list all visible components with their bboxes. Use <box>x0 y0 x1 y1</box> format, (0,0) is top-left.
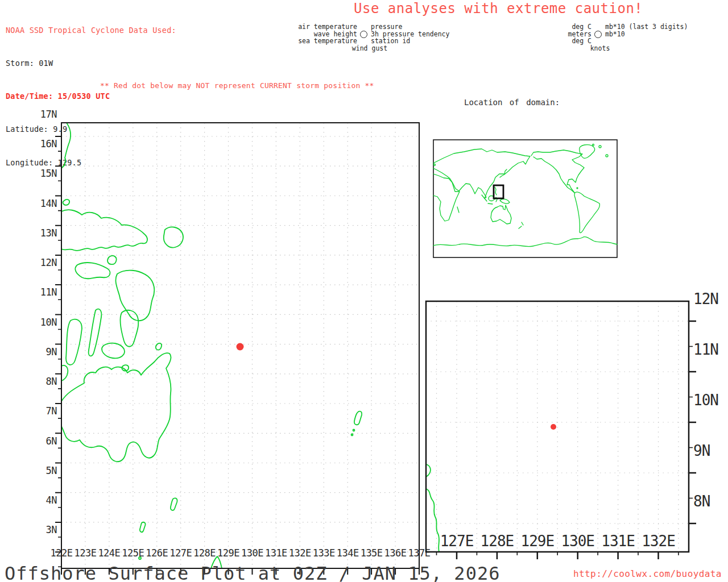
lon-tick-label: 129E <box>520 533 554 550</box>
lon-tick-label: 134E <box>337 548 359 559</box>
lat-tick-label: 6N <box>31 436 57 447</box>
philippines-coastline <box>61 123 362 568</box>
lat-tick-label: 4N <box>31 495 57 506</box>
offshore-surface-plot-page: NOAA SSD Tropical Cyclone Data Used: Sto… <box>0 0 728 582</box>
lat-tick-label: 5N <box>31 465 57 477</box>
station-circle-icon <box>360 31 367 38</box>
lat-tick-label: 8N <box>31 376 57 388</box>
storm-datetime-line: Date/Time: 15/0530 UTC <box>6 91 176 102</box>
lon-tick-label: 135E <box>361 548 383 559</box>
source-title: NOAA SSD Tropical Cyclone Data Used: <box>6 25 176 36</box>
station-circle-icon <box>594 31 602 38</box>
lat-tick-label: 11N <box>693 342 728 359</box>
lon-tick-label: 136E <box>384 548 407 559</box>
lat-tick-label: 10N <box>693 392 728 409</box>
lat-tick-label: 12N <box>693 291 728 308</box>
inset-map-svg <box>426 301 689 552</box>
unit-deg-c-2: deg C <box>535 38 592 44</box>
lat-tick-label: 17N <box>31 109 57 120</box>
lon-tick-label: 124E <box>98 548 120 559</box>
lon-tick-label: 127E <box>440 533 474 550</box>
unit-deg-c-1: deg C <box>535 23 592 30</box>
buoydata-link[interactable]: http://coolwx.com/buoydata <box>573 568 722 579</box>
lat-tick-label: 14N <box>31 198 57 210</box>
lat-tick-label: 12N <box>31 257 57 269</box>
legend-sea-temperature: sea temperature <box>266 38 357 44</box>
world-locator-map <box>433 118 617 236</box>
unit-mb10-last3: mb*10 (last 3 digits) <box>605 23 688 30</box>
lon-tick-label: 130E <box>561 533 594 550</box>
world-map-svg <box>433 140 617 257</box>
legend-wind-gust: wind gust <box>340 45 399 52</box>
caution-warning-text: Use analyses with extreme caution! <box>354 1 643 16</box>
lon-tick-label: 125E <box>122 548 144 559</box>
unit-meters: meters <box>535 31 592 38</box>
lon-tick-label: 131E <box>265 548 287 559</box>
lon-tick-label: 132E <box>642 533 675 550</box>
lon-tick-label: 128E <box>193 548 216 559</box>
legend-air-temperature: air temperature <box>266 23 357 30</box>
lon-tick-label: 129E <box>217 548 239 559</box>
lon-tick-label: 127E <box>169 548 192 559</box>
main-map <box>61 101 419 547</box>
lon-tick-label: 126E <box>146 548 168 559</box>
storm-position-dot-inset <box>551 424 556 430</box>
lat-tick-label: 9N <box>693 443 728 460</box>
world-coastlines <box>433 144 617 247</box>
legend-wave-height: wave height <box>266 31 357 38</box>
lat-tick-label: 10N <box>31 317 57 329</box>
plot-title: Offshore Surface Plot at 02Z / JAN 15, 2… <box>5 563 500 582</box>
legend-pressure: pressure <box>371 23 402 30</box>
inset-gridlines <box>426 301 689 552</box>
lon-tick-label: 133E <box>313 548 335 559</box>
storm-position-dot <box>237 343 244 351</box>
unit-knots: knots <box>570 45 630 52</box>
inset-coastline <box>426 464 439 552</box>
lon-tick-label: 131E <box>601 533 635 550</box>
lat-tick-label: 15N <box>31 168 57 180</box>
lon-tick-label: 132E <box>289 548 311 559</box>
lat-tick-label: 11N <box>31 287 57 298</box>
detail-inset-map <box>426 280 689 530</box>
lat-tick-label: 8N <box>693 493 728 510</box>
legend-pressure-tendency: 3h pressure tendency <box>371 31 449 38</box>
lat-tick-label: 7N <box>31 406 57 417</box>
lon-tick-label: 123E <box>74 548 96 559</box>
lat-tick-label: 13N <box>31 228 57 239</box>
storm-position-note: ** Red dot below may NOT represent CURRE… <box>100 81 374 90</box>
lon-tick-label: 122E <box>51 548 73 559</box>
lon-tick-label: 130E <box>241 548 263 559</box>
inset-frame <box>426 301 696 559</box>
main-map-svg <box>61 123 419 568</box>
legend-station-id: station id <box>371 38 410 44</box>
unit-mb10: mb*10 <box>605 31 625 38</box>
lat-tick-label: 16N <box>31 139 57 150</box>
lon-tick-label: 128E <box>481 533 514 550</box>
lat-tick-label: 3N <box>31 525 57 536</box>
lat-tick-label: 9N <box>31 347 57 358</box>
storm-id-line: Storm: 01W <box>6 58 176 69</box>
world-inset-title: Location of domain: <box>464 98 560 107</box>
